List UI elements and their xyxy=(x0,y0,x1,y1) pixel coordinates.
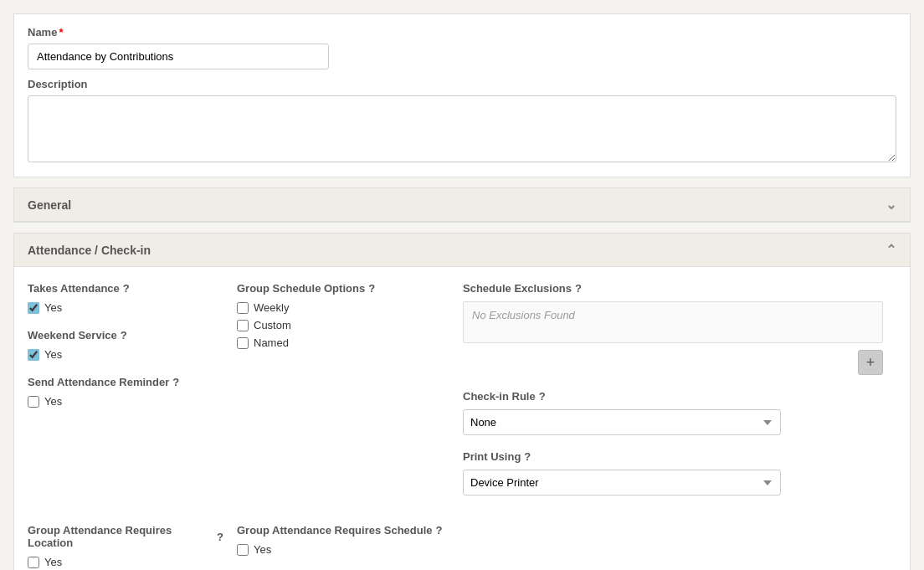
schedule-weekly-checkbox[interactable] xyxy=(237,302,249,314)
group-schedule-options-label: Group Schedule Options ? xyxy=(237,282,449,295)
schedule-custom-label: Custom xyxy=(254,319,291,331)
description-label: Description xyxy=(28,78,896,90)
schedule-custom-row: Custom xyxy=(237,319,449,331)
group-attendance-location-help-icon[interactable]: ? xyxy=(217,531,223,543)
attendance-section-header[interactable]: Attendance / Check-in ⌃ xyxy=(14,234,910,267)
takes-attendance-label: Takes Attendance ? xyxy=(28,282,223,295)
checkin-rule-label: Check-in Rule ? xyxy=(463,390,883,403)
checkin-rule-select-wrapper: None Already Enrolled Class Security xyxy=(463,409,781,435)
weekend-service-yes-label: Yes xyxy=(44,348,62,361)
group-schedule-options-help-icon[interactable]: ? xyxy=(368,282,375,295)
attendance-section-title: Attendance / Check-in xyxy=(28,244,151,257)
group-attendance-location-checkbox[interactable] xyxy=(28,557,39,568)
weekend-service-help-icon[interactable]: ? xyxy=(121,329,127,341)
send-attendance-reminder-yes-label: Yes xyxy=(44,395,62,408)
send-attendance-reminder-yes-row: Yes xyxy=(28,395,223,408)
attendance-chevron-icon: ⌃ xyxy=(886,242,896,258)
schedule-exclusions-help-icon[interactable]: ? xyxy=(575,282,582,295)
weekend-service-yes-row: Yes xyxy=(28,348,223,361)
name-label: Name* xyxy=(28,26,896,39)
checkin-rule-select[interactable]: None Already Enrolled Class Security xyxy=(463,409,781,435)
group-attendance-schedule-help-icon[interactable]: ? xyxy=(436,524,443,537)
send-attendance-reminder-checkbox[interactable] xyxy=(28,396,39,408)
group-attendance-location-yes-row: Yes xyxy=(28,556,223,568)
schedule-named-label: Named xyxy=(254,336,289,349)
group-attendance-schedule-checkbox[interactable] xyxy=(237,544,249,556)
takes-attendance-help-icon[interactable]: ? xyxy=(123,282,130,295)
schedule-weekly-label: Weekly xyxy=(254,301,289,314)
schedule-weekly-row: Weekly xyxy=(237,301,449,314)
general-chevron-icon: ⌄ xyxy=(886,197,896,213)
print-using-select-wrapper: Device Printer Default Printer xyxy=(463,470,781,496)
schedule-exclusions-box: No Exclusions Found xyxy=(463,301,883,343)
description-textarea[interactable] xyxy=(28,95,896,162)
schedule-named-row: Named xyxy=(237,336,449,349)
group-attendance-schedule-yes-row: Yes xyxy=(237,543,449,556)
schedule-custom-checkbox[interactable] xyxy=(237,320,249,331)
name-required: * xyxy=(59,26,63,39)
takes-attendance-yes-row: Yes xyxy=(28,301,223,314)
takes-attendance-yes-label: Yes xyxy=(44,301,62,314)
checkin-rule-help-icon[interactable]: ? xyxy=(539,390,546,403)
weekend-service-checkbox[interactable] xyxy=(28,349,39,361)
general-section-title: General xyxy=(28,198,71,212)
takes-attendance-checkbox[interactable] xyxy=(28,302,39,314)
group-attendance-schedule-label: Group Attendance Requires Schedule ? xyxy=(237,524,449,537)
group-attendance-location-yes-label: Yes xyxy=(44,556,62,568)
schedule-named-checkbox[interactable] xyxy=(237,337,249,349)
name-label-text: Name xyxy=(28,26,57,39)
add-exclusion-button[interactable]: + xyxy=(858,350,883,375)
name-input[interactable] xyxy=(28,44,329,69)
print-using-help-icon[interactable]: ? xyxy=(524,450,531,463)
group-attendance-schedule-yes-label: Yes xyxy=(254,543,271,556)
weekend-service-label: Weekend Service ? xyxy=(28,329,223,341)
general-section-header[interactable]: General ⌄ xyxy=(14,188,910,222)
print-using-label: Print Using ? xyxy=(463,450,883,463)
schedule-exclusions-label: Schedule Exclusions ? xyxy=(463,282,883,295)
send-attendance-reminder-label: Send Attendance Reminder ? xyxy=(28,376,223,388)
send-attendance-reminder-help-icon[interactable]: ? xyxy=(172,376,179,388)
no-exclusions-text: No Exclusions Found xyxy=(472,309,575,321)
print-using-select[interactable]: Device Printer Default Printer xyxy=(463,470,781,496)
group-attendance-location-label: Group Attendance Requires Location ? xyxy=(28,524,223,549)
